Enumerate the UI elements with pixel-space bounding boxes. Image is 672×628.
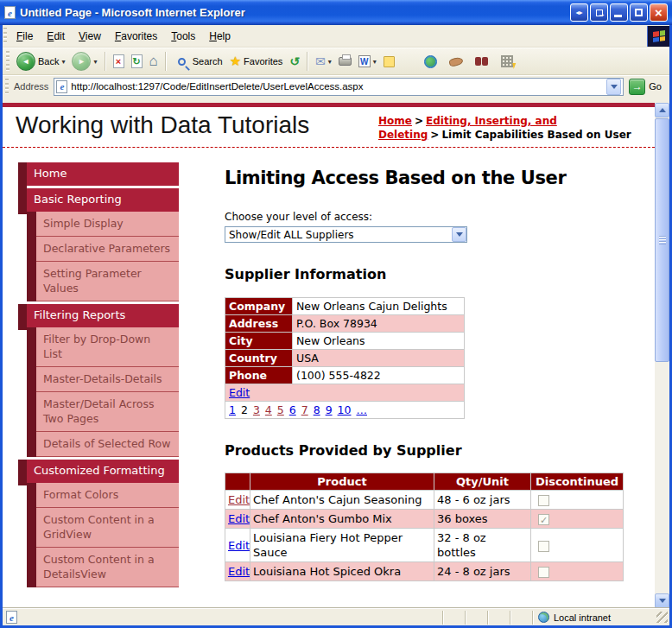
product-name: Chef Anton's Cajun Seasoning — [250, 491, 434, 510]
menu-tools[interactable]: Tools — [164, 26, 202, 47]
discontinued-checkbox[interactable]: ✓ — [538, 514, 549, 525]
size-toggle-button[interactable]: ◂▸ — [570, 3, 588, 22]
sidebar-item-customized-formatting[interactable]: Customized Formatting — [18, 460, 179, 483]
edit-link[interactable]: Edit — [228, 539, 250, 552]
menu-favorites[interactable]: Favorites — [108, 26, 164, 47]
product-qty: 36 boxes — [434, 510, 531, 529]
scroll-down-button[interactable] — [655, 593, 669, 608]
toolbar-grip[interactable] — [6, 51, 10, 72]
pager-page-2[interactable]: 2 — [241, 403, 248, 416]
forward-dropdown-icon[interactable]: ▾ — [93, 58, 97, 66]
sidebar-item-filtering-reports[interactable]: Filtering Reports — [18, 304, 179, 327]
pager-page-5[interactable]: 5 — [277, 403, 284, 416]
sidebar-item-label: Simple Display — [36, 212, 179, 237]
menu-file[interactable]: File — [10, 26, 40, 47]
field-value: (100) 555-4822 — [293, 367, 465, 384]
discontinued-checkbox[interactable]: ✓ — [538, 567, 549, 578]
home-button[interactable]: ⌂ — [147, 51, 161, 72]
sidebar-item-details-of-selected-row[interactable]: Details of Selected Row — [27, 432, 179, 457]
sidebar-item-basic-reporting[interactable]: Basic Reporting — [18, 188, 179, 212]
menu-help[interactable]: Help — [202, 26, 238, 47]
nav-tab-marker — [27, 262, 36, 301]
field-value: P.O. Box 78934 — [293, 315, 465, 333]
word-dropdown-icon[interactable]: ▾ — [373, 58, 377, 66]
toolbar-grip[interactable] — [3, 28, 7, 44]
scrollbar-thumb[interactable] — [655, 118, 669, 362]
globe-search-icon — [424, 55, 437, 68]
edit-link[interactable]: Edit — [228, 493, 250, 506]
field-value: New Orleans — [293, 333, 465, 350]
address-url[interactable]: http://localhost:1297/Code/EditInsertDel… — [71, 81, 603, 92]
product-qty: 32 - 8 oz bottles — [434, 529, 531, 562]
sidebar-item-home[interactable]: Home — [18, 162, 179, 186]
forward-button[interactable]: ► ▾ — [69, 50, 99, 73]
nav-tab-marker — [27, 508, 36, 548]
stop-button[interactable]: × — [111, 53, 127, 70]
window-border-left — [0, 25, 3, 628]
breadcrumb-link-home[interactable]: Home — [378, 115, 412, 127]
sidebar-item-declarative-parameters[interactable]: Declarative Parameters — [27, 237, 179, 262]
discontinued-checkbox[interactable]: ✓ — [538, 541, 549, 552]
sidebar-item-master-detail-two-pages[interactable]: Master/Detail Across Two Pages — [27, 392, 179, 432]
favorites-button[interactable]: ★ Favorites — [227, 52, 286, 71]
pager-page-8[interactable]: 8 — [314, 403, 320, 416]
popout-button[interactable]: → — [590, 3, 608, 22]
sidebar-item-custom-content-gridview[interactable]: Custom Content in a GridView — [27, 508, 179, 548]
sidebar-item-master-details-details[interactable]: Master-Details-Details — [27, 367, 179, 392]
title-bar: e Untitled Page - Microsoft Internet Exp… — [0, 0, 672, 25]
address-input[interactable]: e http://localhost:1297/Code/EditInsertD… — [54, 78, 624, 96]
pager-page-3[interactable]: 3 — [253, 403, 260, 416]
nav-tab-marker — [27, 548, 36, 587]
field-label: City — [225, 333, 293, 350]
research-button[interactable] — [422, 54, 440, 70]
edit-with-word-button[interactable]: W ▾ — [356, 54, 379, 69]
edit-link[interactable]: Edit — [228, 512, 250, 525]
pager-page-9[interactable]: 9 — [326, 403, 333, 416]
product-name: Louisiana Fiery Hot Pepper Sauce — [250, 529, 434, 562]
close-button[interactable]: × — [650, 3, 668, 22]
scroll-up-button[interactable] — [655, 103, 669, 117]
vertical-scrollbar[interactable] — [655, 103, 669, 608]
search-icon — [174, 54, 190, 69]
history-button[interactable]: ↺ — [287, 53, 302, 70]
select-dropdown-button[interactable] — [452, 227, 466, 242]
sidebar-item-label: Basic Reporting — [27, 188, 179, 212]
sidebar-item-custom-content-detailsview[interactable]: Custom Content in a DetailsView — [27, 548, 179, 587]
sidebar-item-filter-by-dropdown-list[interactable]: Filter by Drop-Down List — [27, 327, 179, 367]
discontinued-checkbox[interactable]: ✓ — [538, 495, 549, 506]
toolbar-grip[interactable] — [5, 79, 9, 94]
access-level-select[interactable]: Show/Edit ALL Suppliers — [225, 226, 467, 243]
back-dropdown-icon[interactable]: ▾ — [61, 58, 65, 66]
back-button[interactable]: ◄ Back ▾ — [14, 50, 67, 73]
edit-link[interactable]: Edit — [228, 565, 250, 578]
search-label: Search — [193, 56, 223, 67]
sidebar-item-simple-display[interactable]: Simple Display — [27, 212, 179, 237]
addon-pointer-button[interactable] — [447, 56, 466, 67]
maximize-button[interactable] — [630, 3, 648, 22]
addon-find-button[interactable] — [472, 55, 491, 67]
supplier-edit-link[interactable]: Edit — [229, 386, 250, 399]
address-dropdown-button[interactable] — [606, 79, 621, 95]
mail-button[interactable]: ✉ ▾ — [313, 53, 334, 70]
print-button[interactable] — [336, 55, 354, 67]
pager-more[interactable]: … — [356, 403, 367, 416]
minimize-button[interactable] — [610, 3, 628, 22]
toolbar-separator — [165, 52, 167, 71]
pager-page-4[interactable]: 4 — [265, 403, 272, 416]
resize-grip[interactable] — [656, 612, 668, 623]
browser-window: e Untitled Page - Microsoft Internet Exp… — [0, 0, 672, 628]
search-button[interactable]: Search — [171, 52, 225, 71]
sidebar-item-format-colors[interactable]: Format Colors — [27, 483, 179, 508]
pager-page-7[interactable]: 7 — [301, 403, 308, 416]
refresh-button[interactable]: ↻ — [129, 53, 145, 70]
sidebar-item-setting-parameter-values[interactable]: Setting Parameter Values — [27, 262, 179, 301]
menu-edit[interactable]: Edit — [40, 26, 72, 47]
mail-dropdown-icon[interactable]: ▾ — [328, 58, 332, 66]
go-button[interactable]: → Go — [624, 79, 668, 95]
menu-view[interactable]: View — [72, 26, 108, 47]
pager-page-1[interactable]: 1 — [229, 403, 236, 416]
messenger-button[interactable] — [498, 54, 516, 69]
pager-page-6[interactable]: 6 — [289, 403, 296, 416]
discuss-button[interactable] — [381, 54, 397, 69]
pager-page-10[interactable]: 10 — [338, 403, 352, 416]
